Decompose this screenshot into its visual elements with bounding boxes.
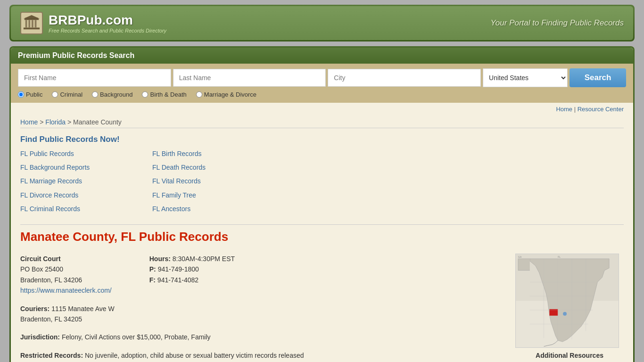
svg-point-13 — [563, 312, 567, 316]
restricted-block: Restricted Records: No juvenile, adoptio… — [20, 350, 506, 362]
office-name: Circuit Court — [20, 254, 112, 264]
phone-label: P: — [149, 265, 156, 273]
fl-public-records-link[interactable]: FL Public Records — [20, 148, 133, 160]
site-name: BRBPub.com — [49, 13, 166, 28]
site-logo-icon — [20, 12, 43, 34]
top-nav-links: Home | Resource Center — [11, 103, 633, 115]
logo-text: BRBPub.com Free Records Search and Publi… — [49, 13, 166, 33]
main-content-wrapper: Premium Public Records Search United Sta… — [9, 46, 635, 362]
restricted-label: Restricted Records: — [20, 352, 83, 359]
fl-background-reports-link[interactable]: FL Background Reports — [20, 162, 133, 173]
quick-links-title: Find Public Records Now! — [11, 128, 633, 148]
logo-area: BRBPub.com Free Records Search and Publi… — [20, 12, 166, 34]
breadcrumb-state[interactable]: Florida — [45, 118, 66, 126]
jurisdiction-label: Jurisdiction: — [20, 333, 60, 341]
svg-rect-5 — [32, 20, 33, 27]
site-header: BRBPub.com Free Records Search and Publi… — [9, 5, 635, 41]
breadcrumb-county: Manatee County — [73, 118, 122, 126]
resource-center-link[interactable]: Resource Center — [578, 106, 624, 113]
breadcrumb-home[interactable]: Home — [20, 118, 38, 126]
map-section: GA FL — [515, 254, 624, 362]
info-section: Circuit Court PO Box 25400 Bradenton, FL… — [20, 254, 506, 362]
svg-rect-4 — [28, 20, 30, 27]
svg-text:FL: FL — [558, 256, 561, 258]
svg-text:GA: GA — [518, 256, 522, 258]
county-page-title: Manatee County, FL Public Records — [11, 225, 633, 254]
svg-rect-3 — [25, 20, 27, 27]
fl-birth-records-link[interactable]: FL Birth Records — [152, 148, 265, 160]
fax-label: F: — [149, 276, 156, 284]
couriers-label: Couriers: — [20, 305, 50, 313]
search-radio-row: Public Criminal Background Birth & Death… — [18, 91, 626, 98]
circuit-court-block: Circuit Court PO Box 25400 Bradenton, FL… — [20, 254, 506, 296]
breadcrumb: Home > Florida > Manatee County — [11, 115, 633, 128]
main-content-inner: Premium Public Records Search United Sta… — [11, 48, 633, 362]
breadcrumb-sep2: > — [67, 118, 73, 126]
links-grid: FL Public Records FL Birth Records FL Ba… — [11, 148, 275, 224]
nav-separator: | — [574, 106, 576, 113]
fl-criminal-records-link[interactable]: FL Criminal Records — [20, 203, 133, 215]
svg-rect-6 — [35, 20, 37, 27]
office-address-block: Circuit Court PO Box 25400 Bradenton, FL… — [20, 254, 112, 296]
office-website-link[interactable]: https://www.manateeclerk.com/ — [20, 287, 112, 294]
info-map-section: Circuit Court PO Box 25400 Bradenton, FL… — [11, 254, 633, 362]
hours-phone-block: Hours: 8:30AM-4:30PM EST P: 941-749-1800… — [149, 254, 235, 296]
couriers-block: Couriers: 1115 Manatee Ave W Bradenton, … — [20, 304, 506, 325]
radio-background[interactable]: Background — [92, 91, 132, 98]
search-inputs-row: United States Search — [18, 68, 626, 87]
address-line1: PO Box 25400 — [20, 264, 112, 274]
hours-value: 8:30AM-4:30PM EST — [173, 255, 235, 263]
fl-ancestors-link[interactable]: FL Ancestors — [152, 203, 265, 215]
radio-criminal[interactable]: Criminal — [52, 91, 83, 98]
address-line2: Bradenton, FL 34206 — [20, 275, 112, 285]
first-name-input[interactable] — [18, 69, 171, 87]
breadcrumb-sep1: > — [40, 118, 45, 126]
fl-marriage-records-link[interactable]: FL Marriage Records — [20, 175, 133, 187]
svg-rect-0 — [24, 28, 40, 30]
couriers-city: Bradenton, FL 34205 — [20, 314, 506, 324]
couriers-value: 1115 Manatee Ave W — [51, 305, 115, 313]
phone-value: 941-749-1800 — [158, 265, 199, 273]
svg-marker-7 — [24, 15, 40, 19]
radio-marriage-divorce[interactable]: Marriage & Divorce — [196, 91, 256, 98]
home-nav-link[interactable]: Home — [556, 106, 572, 113]
radio-public[interactable]: Public — [18, 91, 42, 98]
search-button[interactable]: Search — [570, 68, 626, 87]
city-input[interactable] — [328, 69, 481, 87]
jurisdiction-value: Felony, Civil Actions over $15,000, Prob… — [62, 333, 211, 341]
restricted-value: No juvenile, adoption, child abuse or se… — [85, 352, 304, 359]
fl-divorce-records-link[interactable]: FL Divorce Records — [20, 189, 133, 201]
site-subtitle: Free Records Search and Public Records D… — [49, 28, 166, 33]
country-select[interactable]: United States — [483, 68, 568, 87]
search-header: Premium Public Records Search — [11, 48, 633, 64]
header-tagline: Your Portal to Finding Public Records — [490, 18, 624, 28]
last-name-input[interactable] — [173, 69, 326, 87]
hours-label: Hours: — [149, 255, 171, 263]
florida-map: GA FL — [515, 254, 619, 348]
radio-birth-death[interactable]: Birth & Death — [142, 91, 186, 98]
search-title: Premium Public Records Search — [18, 51, 626, 60]
search-form-area: United States Search Public Criminal Bac… — [11, 64, 633, 103]
fl-death-records-link[interactable]: FL Death Records — [152, 162, 265, 173]
fl-family-tree-link[interactable]: FL Family Tree — [152, 189, 265, 201]
additional-resources-label: Additional Resources — [515, 352, 624, 359]
fl-vital-records-link[interactable]: FL Vital Records — [152, 175, 265, 187]
jurisdiction-block: Jurisdiction: Felony, Civil Actions over… — [20, 332, 506, 342]
fax-value: 941-741-4082 — [157, 276, 198, 284]
